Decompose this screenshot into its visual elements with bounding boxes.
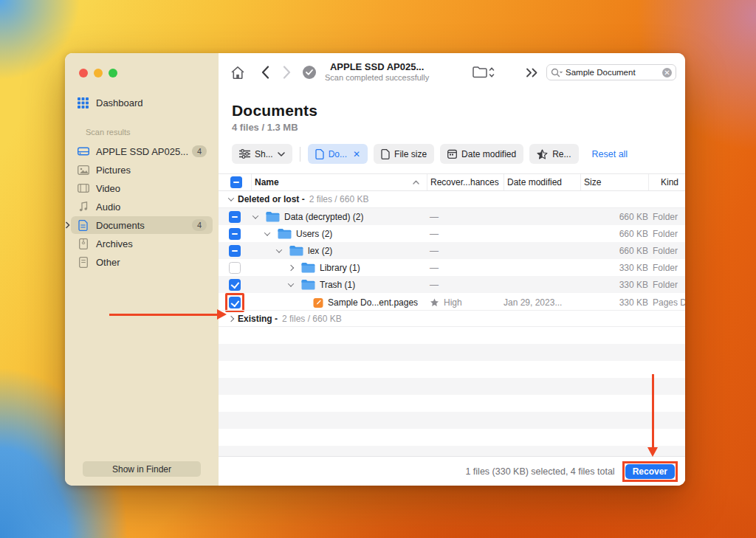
sort-ascending-icon [413, 180, 419, 184]
row-checkbox[interactable] [229, 245, 241, 257]
filter-label: Sh... [255, 149, 273, 159]
search-input[interactable] [566, 68, 662, 77]
file-name: lex (2) [308, 246, 332, 256]
file-size: 660 KB [580, 246, 648, 256]
toolbar: APPLE SSD AP025... Scan completed succes… [219, 53, 685, 92]
folder-icon [266, 212, 280, 222]
pages-file-icon [313, 297, 323, 308]
section-row-deleted-or-lost[interactable]: Deleted or lost - 2 files / 660 KB [219, 191, 685, 208]
tree-collapse-icon[interactable] [263, 232, 278, 236]
home-icon[interactable] [230, 66, 245, 80]
close-window-button[interactable] [79, 69, 88, 77]
file-kind: Folder [648, 212, 685, 222]
expand-chevron-icon[interactable] [65, 221, 75, 229]
empty-table-area [219, 327, 685, 456]
sidebar-item-label: Documents [96, 220, 145, 231]
row-checkbox[interactable] [229, 228, 241, 240]
table-row[interactable]: Users (2) — 660 KB Folder [219, 225, 685, 242]
file-name: Library (1) [320, 263, 360, 273]
recovery-chance: High [444, 297, 462, 308]
collapse-chevron-icon[interactable] [228, 195, 234, 201]
column-header-size[interactable]: Size [580, 174, 648, 190]
sidebar-item-label: APPLE SSD AP025... [96, 146, 188, 157]
recovery-chance: — [430, 212, 439, 222]
table-row-sample-document[interactable]: Sample Do...ent.pages High Jan 29, 2023.… [219, 293, 685, 310]
show-in-finder-button[interactable]: Show in Finder [83, 461, 201, 477]
row-checkbox[interactable] [229, 279, 241, 291]
file-count-summary: 4 files / 1.3 MB [232, 122, 672, 133]
file-size: 660 KB [580, 212, 648, 222]
table-row[interactable]: lex (2) — 660 KB Folder [219, 242, 685, 259]
file-name: Trash (1) [320, 280, 355, 290]
sidebar-item-audio[interactable]: Audio [71, 198, 213, 215]
sidebar-item-label: Other [96, 257, 120, 268]
sidebar-item-label: Archives [96, 238, 133, 249]
file-size-filter-chip[interactable]: File size [374, 144, 434, 164]
select-all-checkbox[interactable] [219, 174, 251, 190]
remove-filter-icon[interactable]: ✕ [353, 149, 360, 159]
annotation-box-recover: Recover [622, 461, 678, 482]
sidebar-item-archives[interactable]: Archives [71, 235, 213, 252]
file-name: Users (2) [296, 229, 332, 239]
file-name: Data (decrypted) (2) [284, 212, 363, 222]
tree-expand-icon[interactable] [286, 266, 301, 270]
folder-sort-selector-icon[interactable] [472, 66, 495, 79]
table-header-row: Name Recover...hances Date modified Size… [219, 173, 685, 191]
file-size: 660 KB [580, 229, 648, 239]
column-header-name[interactable]: Name [251, 174, 427, 190]
table-row[interactable]: Library (1) — 330 KB Folder [219, 259, 685, 276]
row-checkbox[interactable] [229, 211, 241, 223]
expand-chevron-icon[interactable] [228, 315, 234, 321]
table-row[interactable]: Trash (1) — 330 KB Folder [219, 276, 685, 293]
sidebar-item-video[interactable]: Video [71, 179, 213, 197]
back-button[interactable] [261, 66, 269, 79]
sidebar: Dashboard Scan results APPLE SSD AP025..… [65, 53, 219, 486]
column-header-date-modified[interactable]: Date modified [504, 174, 580, 190]
forward-button[interactable] [283, 66, 291, 79]
column-header-recovery-chances[interactable]: Recover...hances [427, 174, 504, 190]
documents-filter-chip[interactable]: Do... ✕ [308, 144, 368, 164]
tree-collapse-icon[interactable] [251, 215, 266, 219]
file-name: Sample Do...ent.pages [328, 297, 418, 308]
recovery-chances-filter-chip[interactable]: Re... [529, 144, 578, 164]
section-label: Deleted or lost - [238, 194, 305, 204]
sidebar-section-label: Scan results [86, 128, 219, 137]
video-icon [77, 182, 89, 195]
row-checkbox[interactable] [229, 262, 241, 274]
results-table: Name Recover...hances Date modified Size… [219, 173, 685, 456]
table-row[interactable]: Data (decrypted) (2) — 660 KB Folder [219, 208, 685, 225]
recovery-chance: — [430, 263, 439, 273]
column-header-kind[interactable]: Kind [648, 174, 685, 190]
sidebar-item-other[interactable]: Other [71, 253, 213, 271]
sidebar-item-apple-ssd[interactable]: APPLE SSD AP025... 4 [71, 142, 213, 160]
section-meta: 2 files / 660 KB [282, 314, 342, 324]
zoom-window-button[interactable] [109, 69, 117, 77]
document-icon [315, 149, 324, 159]
sidebar-item-label: Audio [96, 201, 120, 213]
sidebar-item-label: Pictures [96, 165, 131, 176]
file-size-icon [381, 149, 390, 159]
tree-collapse-icon[interactable] [275, 249, 289, 253]
search-field[interactable]: ✕ [546, 64, 676, 80]
section-meta: 2 files / 660 KB [309, 194, 369, 204]
sidebar-item-label: Dashboard [96, 97, 143, 108]
recover-button[interactable]: Recover [625, 464, 675, 479]
chevron-down-icon [278, 152, 285, 156]
clear-search-icon[interactable]: ✕ [662, 68, 672, 77]
minimize-window-button[interactable] [94, 69, 103, 77]
sidebar-item-dashboard[interactable]: Dashboard [71, 94, 213, 111]
section-row-existing[interactable]: Existing - 2 files / 660 KB [219, 310, 685, 327]
overflow-double-chevron-icon[interactable] [526, 68, 539, 77]
row-checkbox[interactable] [229, 297, 241, 308]
sidebar-item-pictures[interactable]: Pictures [71, 161, 213, 179]
filter-bar: Sh... Do... ✕ File size [219, 133, 685, 173]
reset-all-filters-link[interactable]: Reset all [592, 149, 628, 159]
tree-collapse-icon[interactable] [286, 283, 301, 287]
folder-icon [301, 280, 315, 290]
show-filter-dropdown[interactable]: Sh... [232, 144, 292, 164]
page-title: Documents [232, 102, 672, 120]
file-kind: Folder [648, 246, 685, 256]
recovery-chance: — [430, 229, 439, 239]
date-modified-filter-chip[interactable]: Date modified [440, 144, 523, 164]
sidebar-item-documents[interactable]: Documents 4 [71, 216, 213, 234]
